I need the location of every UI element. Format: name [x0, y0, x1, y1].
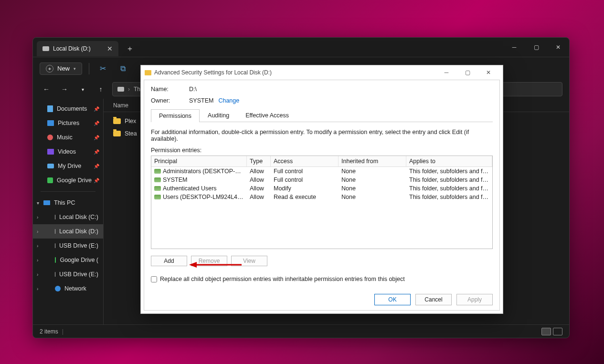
sidebar-item-usb-e[interactable]: ›USB Drive (E:) [33, 239, 103, 253]
usb-icon [55, 243, 55, 248]
sidebar-label: Local Disk (C:) [59, 214, 98, 220]
apply-button[interactable]: Apply [456, 294, 493, 305]
add-button[interactable]: Add [151, 256, 187, 266]
col-inherited[interactable]: Inherited from [339, 156, 406, 166]
copy-icon[interactable]: ⧉ [116, 62, 129, 75]
sidebar-item-usb-e2[interactable]: ›USB Drive (E:) [33, 267, 103, 281]
permission-entries-grid[interactable]: Principal Type Access Inherited from App… [151, 156, 493, 249]
col-type[interactable]: Type [247, 156, 271, 166]
ok-button[interactable]: OK [374, 294, 411, 305]
view-details-icon[interactable] [541, 328, 551, 335]
sidebar-label: USB Drive (E:) [59, 242, 98, 249]
table-row[interactable]: SYSTEMAllowFull controlNoneThis folder, … [151, 176, 492, 184]
window-controls: ─ ▢ ✕ [503, 38, 569, 57]
drive-icon [47, 164, 54, 168]
sidebar-item-local-c[interactable]: ›Local Disk (C:) [33, 210, 103, 224]
col-principal[interactable]: Principal [151, 156, 247, 166]
pin-icon: 📌 [94, 149, 99, 155]
col-access[interactable]: Access [271, 156, 339, 166]
group-icon [154, 195, 161, 199]
pictures-icon [47, 120, 54, 126]
sidebar-item-music[interactable]: Music📌 [33, 130, 103, 145]
music-icon [47, 135, 53, 140]
file-name: Plex [125, 118, 136, 125]
owner-value: SYSTEM [189, 97, 213, 104]
view-tiles-icon[interactable] [553, 328, 562, 335]
plus-icon: + [46, 65, 53, 73]
sidebar: Documents📌 Pictures📌 Music📌 Videos📌 My D… [33, 99, 104, 324]
owner-label: Owner: [151, 97, 189, 104]
pin-icon: 📌 [94, 121, 99, 126]
sidebar-label: Music [57, 134, 73, 141]
name-label: Name: [151, 86, 189, 93]
chevron-right-icon: › [37, 258, 38, 263]
up-button[interactable]: ↑ [94, 83, 107, 96]
sidebar-label: USB Drive (E:) [59, 271, 98, 278]
google-drive-icon [47, 177, 53, 183]
tab-permissions[interactable]: Permissions [151, 109, 200, 122]
maximize-button[interactable]: ▢ [525, 38, 547, 57]
cut-icon[interactable]: ✂ [96, 62, 109, 75]
dialog-titlebar: Advanced Security Settings for Local Dis… [141, 65, 503, 80]
folder-icon [113, 118, 121, 124]
tab-auditing[interactable]: Auditing [200, 109, 237, 122]
pin-icon: 📌 [94, 106, 99, 112]
google-drive-icon [55, 257, 56, 263]
view-button[interactable]: View [231, 256, 267, 266]
disk-icon [117, 87, 124, 92]
chevron-right-icon: › [37, 243, 38, 249]
tab-effective-access[interactable]: Effective Access [237, 109, 297, 122]
sidebar-item-network[interactable]: ›Network [33, 281, 103, 296]
sidebar-item-thispc[interactable]: ▾This PC [33, 196, 103, 210]
group-icon [154, 186, 161, 191]
sidebar-label: Google Drive [57, 177, 92, 184]
new-button-label: New [57, 65, 70, 72]
advanced-security-dialog: Advanced Security Settings for Local Dis… [140, 65, 503, 314]
sidebar-item-mydrive[interactable]: My Drive📌 [33, 159, 103, 173]
change-owner-link[interactable]: Change [218, 97, 239, 104]
table-row[interactable]: Authenticated UsersAllowModifyNoneThis f… [151, 184, 492, 193]
cancel-button[interactable]: Cancel [415, 294, 452, 305]
table-row[interactable]: Administrators (DESKTOP-LM92…AllowFull c… [151, 167, 492, 176]
sidebar-item-pictures[interactable]: Pictures📌 [33, 116, 103, 130]
titlebar: Local Disk (D:) ✕ ＋ ─ ▢ ✕ [33, 38, 569, 57]
maximize-button[interactable]: ▢ [457, 65, 478, 80]
sidebar-item-videos[interactable]: Videos📌 [33, 145, 103, 159]
group-icon [154, 177, 161, 182]
forward-button[interactable]: → [58, 83, 71, 96]
tab-title: Local Disk (D:) [53, 45, 91, 52]
sidebar-label: Pictures [58, 120, 79, 126]
file-name: Stea [125, 130, 137, 137]
sidebar-item-local-d[interactable]: ›Local Disk (D:) [33, 224, 103, 239]
sidebar-label: My Drive [58, 163, 81, 169]
sidebar-label: Documents [57, 105, 87, 112]
sidebar-label: Local Disk (D:) [59, 228, 98, 235]
folder-icon [145, 70, 151, 75]
pin-icon: 📌 [94, 135, 99, 140]
sidebar-item-google-drive[interactable]: ›Google Drive ( [33, 253, 103, 267]
col-applies[interactable]: Applies to [406, 156, 492, 166]
new-tab-button[interactable]: ＋ [123, 42, 137, 55]
window-tab-active[interactable]: Local Disk (D:) ✕ [37, 41, 118, 56]
close-window-button[interactable]: ✕ [547, 38, 569, 57]
minimize-button[interactable]: ─ [503, 38, 525, 57]
minimize-button[interactable]: ─ [436, 65, 457, 80]
remove-button[interactable]: Remove [191, 256, 227, 266]
status-item-count: 2 items [40, 328, 58, 335]
network-icon [55, 286, 61, 291]
close-button[interactable]: ✕ [478, 65, 499, 80]
status-bar: 2 items | [33, 324, 569, 338]
replace-child-checkbox[interactable] [151, 276, 157, 282]
sidebar-item-googledrive[interactable]: Google Drive📌 [33, 173, 103, 187]
chevron-right-icon: › [37, 286, 38, 291]
close-tab-icon[interactable]: ✕ [107, 45, 113, 52]
back-button[interactable]: ← [40, 83, 53, 96]
pin-icon: 📌 [94, 178, 99, 183]
history-dropdown[interactable]: ▾ [76, 83, 89, 96]
pc-icon [43, 200, 50, 205]
table-row[interactable]: Users (DESKTOP-LM924L4\Users)AllowRead &… [151, 193, 492, 201]
chevron-right-icon: › [37, 229, 38, 234]
new-button[interactable]: + New ▾ [40, 62, 82, 75]
dialog-title: Advanced Security Settings for Local Dis… [154, 69, 272, 76]
sidebar-item-documents[interactable]: Documents📌 [33, 102, 103, 116]
